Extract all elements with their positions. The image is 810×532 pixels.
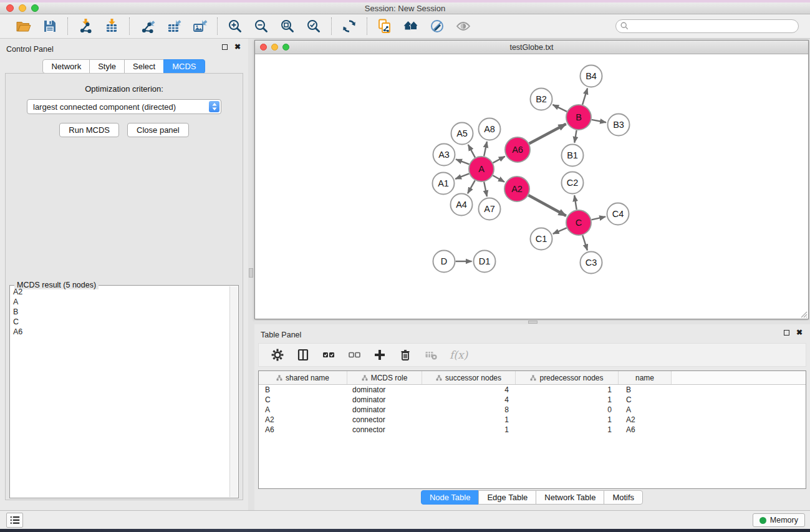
zoom-fit-button[interactable] bbox=[278, 17, 297, 36]
column-header-MCDS-role[interactable]: MCDS role bbox=[347, 371, 422, 384]
open-file-button[interactable] bbox=[14, 17, 33, 36]
node-C3[interactable]: C3 bbox=[581, 252, 602, 274]
result-item[interactable]: A bbox=[11, 297, 229, 307]
table-settings-button[interactable] bbox=[271, 348, 284, 362]
table-cell[interactable]: 1 bbox=[516, 425, 619, 435]
export-network-button[interactable] bbox=[138, 17, 157, 36]
edge-B-B1[interactable] bbox=[574, 130, 576, 143]
edge-A-A1[interactable] bbox=[455, 173, 469, 178]
table-cell[interactable]: 1 bbox=[516, 385, 619, 395]
close-window-button[interactable] bbox=[6, 4, 14, 12]
column-header-name[interactable]: name bbox=[619, 371, 672, 384]
edge-A2-C[interactable] bbox=[528, 195, 566, 216]
edge-A-A7[interactable] bbox=[484, 182, 487, 196]
memory-button[interactable]: Memory bbox=[753, 513, 805, 527]
table-cell[interactable]: A2 bbox=[259, 415, 347, 425]
horizontal-splitter-handle[interactable] bbox=[528, 321, 538, 324]
network-canvas[interactable]: AA1A2A3A4A5A6A7A8BB1B2B3B4CC1C2C3C4DD1 bbox=[255, 55, 808, 319]
toggle-columns-button[interactable] bbox=[296, 348, 310, 362]
node-B1[interactable]: B1 bbox=[562, 145, 584, 167]
network-window-titlebar[interactable]: testGlobe.txt bbox=[255, 41, 808, 54]
node-A3[interactable]: A3 bbox=[433, 144, 455, 166]
result-item[interactable]: B bbox=[11, 307, 229, 317]
column-header-predecessor-nodes[interactable]: predecessor nodes bbox=[516, 371, 619, 384]
node-B3[interactable]: B3 bbox=[608, 114, 630, 136]
edge-A-A5[interactable] bbox=[468, 145, 475, 158]
network-graph[interactable]: AA1A2A3A4A5A6A7A8BB1B2B3B4CC1C2C3C4DD1 bbox=[255, 55, 809, 320]
table-cell[interactable]: 1 bbox=[516, 415, 619, 425]
node-B4[interactable]: B4 bbox=[581, 65, 602, 87]
node-C4[interactable]: C4 bbox=[607, 203, 629, 225]
table-cell[interactable]: B bbox=[259, 385, 347, 395]
node-C2[interactable]: C2 bbox=[562, 172, 584, 194]
edge-A-A4[interactable] bbox=[468, 180, 475, 193]
zoom-in-button[interactable] bbox=[226, 17, 244, 36]
table-cell[interactable]: C bbox=[619, 395, 672, 405]
node-C1[interactable]: C1 bbox=[531, 228, 552, 250]
edge-A-A3[interactable] bbox=[456, 159, 469, 164]
delete-column-button[interactable] bbox=[398, 348, 412, 362]
edge-C-C4[interactable] bbox=[591, 216, 605, 220]
result-item[interactable]: A2 bbox=[11, 287, 229, 297]
criterion-dropdown[interactable]: largest connected component (directed) bbox=[27, 99, 221, 114]
import-table-button[interactable] bbox=[102, 17, 121, 36]
zoom-out-button[interactable] bbox=[252, 17, 271, 36]
table-cell[interactable]: 0 bbox=[516, 405, 619, 415]
edge-A-A6[interactable] bbox=[493, 157, 505, 163]
table-cell[interactable]: connector bbox=[347, 425, 422, 435]
task-history-button[interactable] bbox=[6, 513, 23, 528]
resize-grip-icon[interactable] bbox=[799, 309, 808, 318]
edge-A-A2[interactable] bbox=[493, 175, 504, 181]
table-cell[interactable]: A2 bbox=[619, 415, 672, 425]
node-A7[interactable]: A7 bbox=[479, 198, 501, 220]
table-cell[interactable]: B bbox=[619, 385, 672, 395]
node-B[interactable]: B bbox=[566, 105, 591, 130]
mcds-result-list[interactable]: A2ABCA6 bbox=[11, 287, 229, 496]
node-A1[interactable]: A1 bbox=[433, 173, 455, 195]
node-D1[interactable]: D1 bbox=[474, 251, 496, 273]
node-A[interactable]: A bbox=[469, 157, 494, 181]
tab-select[interactable]: Select bbox=[124, 59, 164, 74]
edge-B-B3[interactable] bbox=[592, 120, 606, 122]
table-row[interactable]: A6connector11A6 bbox=[259, 425, 806, 435]
minimize-window-button[interactable] bbox=[19, 4, 26, 12]
table-row[interactable]: A2connector11A2 bbox=[259, 415, 806, 425]
edge-C-C2[interactable] bbox=[574, 195, 577, 210]
close-panel-button[interactable]: Close panel bbox=[127, 123, 189, 137]
result-scrollbar[interactable] bbox=[229, 286, 238, 497]
edge-A6-B[interactable] bbox=[529, 124, 566, 143]
tab-network-table[interactable]: Network Table bbox=[536, 490, 604, 505]
edge-A-A8[interactable] bbox=[484, 142, 487, 156]
table-cell[interactable]: A bbox=[259, 405, 347, 415]
save-session-button[interactable] bbox=[41, 17, 59, 36]
search-input[interactable] bbox=[615, 19, 799, 33]
column-header-shared-name[interactable]: shared name bbox=[259, 371, 347, 384]
table-row[interactable]: Cdominator41C bbox=[259, 395, 806, 405]
table-cell[interactable]: A6 bbox=[259, 425, 347, 435]
tab-style[interactable]: Style bbox=[89, 59, 125, 74]
table-cell[interactable]: A6 bbox=[619, 425, 672, 435]
table-cell[interactable]: dominator bbox=[347, 385, 422, 395]
tab-network[interactable]: Network bbox=[42, 59, 90, 74]
edge-B-B4[interactable] bbox=[582, 89, 587, 105]
node-C[interactable]: C bbox=[566, 210, 591, 235]
node-A2[interactable]: A2 bbox=[504, 177, 529, 201]
zoom-window-button[interactable] bbox=[31, 4, 39, 12]
add-column-button[interactable] bbox=[373, 348, 387, 362]
edge-C-C3[interactable] bbox=[582, 235, 587, 250]
node-A8[interactable]: A8 bbox=[479, 118, 501, 140]
table-cell[interactable]: dominator bbox=[347, 395, 422, 405]
table-cell[interactable]: 1 bbox=[422, 415, 516, 425]
home-button[interactable] bbox=[402, 17, 420, 36]
table-cell[interactable]: C bbox=[259, 395, 347, 405]
network-zoom-button[interactable] bbox=[282, 44, 289, 51]
vertical-splitter[interactable] bbox=[248, 39, 254, 510]
table-cell[interactable]: 1 bbox=[422, 425, 516, 435]
node-B2[interactable]: B2 bbox=[531, 89, 552, 110]
deselect-all-button[interactable] bbox=[347, 348, 361, 362]
edge-C-C1[interactable] bbox=[553, 228, 567, 233]
table-cell[interactable]: 1 bbox=[516, 395, 619, 405]
tab-node-table[interactable]: Node Table bbox=[421, 490, 480, 505]
table-cell[interactable]: A bbox=[619, 405, 672, 415]
refresh-view-button[interactable] bbox=[340, 17, 359, 36]
